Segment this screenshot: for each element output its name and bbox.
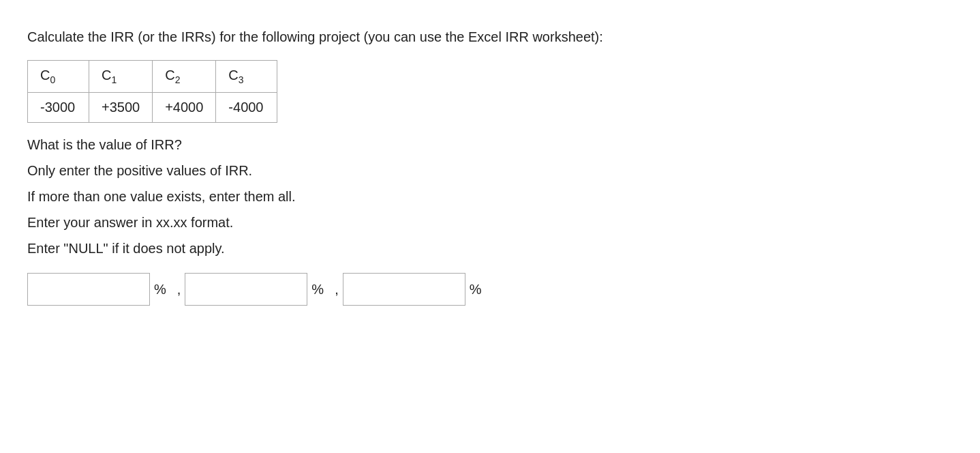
answer-row: % , % , % [27,273,953,306]
percent-label-3: % [470,282,482,297]
comma-2: , [335,282,339,297]
header-c2: C2 [153,61,216,93]
percent-label-2: % [311,282,324,297]
instruction-3: If more than one value exists, enter the… [27,186,953,207]
instruction-4: Enter your answer in xx.xx format. [27,211,953,233]
instruction-2: Only enter the positive values of IRR. [27,160,953,181]
comma-1: , [177,282,181,297]
instruction-5: Enter "NULL" if it does not apply. [27,237,953,259]
irr-input-2[interactable] [185,273,307,306]
value-c1: +3500 [89,93,153,123]
question-intro: Calculate the IRR (or the IRRs) for the … [27,27,953,46]
percent-label-1: % [154,282,166,297]
irr-input-3[interactable] [343,273,465,306]
value-c2: +4000 [153,93,216,123]
value-c0: -3000 [28,93,89,123]
header-c3: C3 [216,61,277,93]
irr-input-1[interactable] [27,273,150,306]
instructions-block: What is the value of IRR? Only enter the… [27,134,953,259]
value-c3: -4000 [216,93,277,123]
header-c1: C1 [89,61,153,93]
instruction-1: What is the value of IRR? [27,134,953,156]
table-value-row: -3000 +3500 +4000 -4000 [28,93,277,123]
header-c0: C0 [28,61,89,93]
cash-flow-table: C0 C1 C2 C3 -3000 +3500 +4000 -4000 [27,60,277,123]
table-header-row: C0 C1 C2 C3 [28,61,277,93]
